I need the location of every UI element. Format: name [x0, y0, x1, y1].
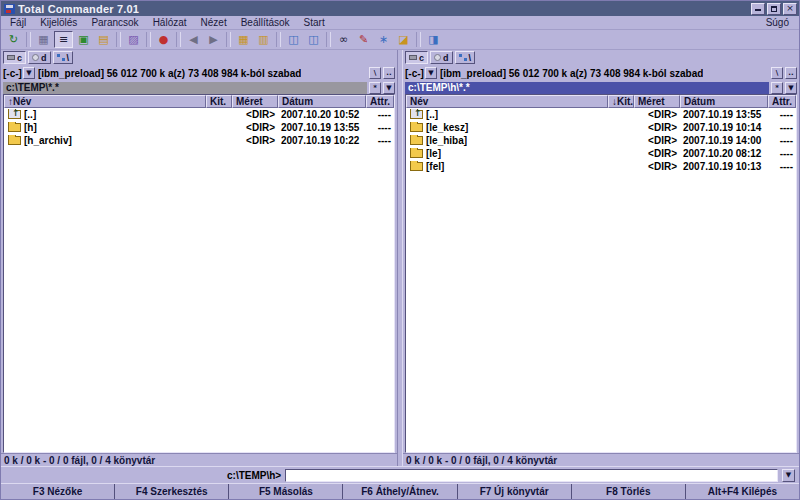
column-name[interactable]: Név: [406, 95, 608, 108]
column-ext[interactable]: ↓Kit.: [608, 95, 634, 108]
table-row[interactable]: [le_kesz] <DIR> 2007.10.19 10:14 ----: [406, 121, 796, 134]
table-row[interactable]: [h_archiv] <DIR> 2007.10.19 10:22 ----: [4, 134, 394, 147]
left-file-area: ↑Név Kit. Méret Dátum Attr. [..] <DIR> 2…: [3, 94, 395, 453]
column-size[interactable]: Méret: [634, 95, 680, 108]
close-icon: ×: [786, 4, 794, 13]
altf4-exit-button[interactable]: Alt+F4 Kilépés: [685, 484, 799, 499]
back-icon[interactable]: ◀: [184, 31, 203, 48]
toolbar-separator: [326, 32, 331, 47]
column-name[interactable]: ↑Név: [4, 95, 206, 108]
refresh-icon[interactable]: ↻: [4, 31, 23, 48]
table-row[interactable]: [fel] <DIR> 2007.10.19 10:13 ----: [406, 160, 796, 173]
ftp-url-icon[interactable]: ●: [154, 31, 173, 48]
file-name: [..]: [426, 109, 438, 120]
right-hotlist-button[interactable]: *: [771, 82, 783, 94]
right-root-button[interactable]: \: [771, 67, 783, 79]
table-row[interactable]: [..] <DIR> 2007.10.19 13:55 ----: [406, 108, 796, 121]
column-date[interactable]: Dátum: [278, 95, 366, 108]
menu-nezet[interactable]: Nézet: [194, 17, 234, 28]
left-current-path[interactable]: c:\TEMP\*.*: [3, 82, 367, 94]
right-drive-d-button[interactable]: d: [430, 51, 453, 64]
command-line-input[interactable]: [285, 469, 778, 482]
drive-letter: \: [67, 53, 70, 63]
ftp-connect-icon[interactable]: ◨: [424, 31, 443, 48]
f7-mkdir-button[interactable]: F7 Új könyvtár: [457, 484, 571, 499]
file-attr: ----: [768, 161, 796, 172]
left-drive-network-button[interactable]: \: [53, 51, 74, 64]
column-attr[interactable]: Attr.: [768, 95, 796, 108]
right-file-area: Név ↓Kit. Méret Dátum Attr. [..] <DIR> 2…: [405, 94, 797, 453]
command-history-dropdown[interactable]: ▼: [782, 469, 795, 482]
table-row[interactable]: [le_hiba] <DIR> 2007.10.19 14:00 ----: [406, 134, 796, 147]
left-drive-d-button[interactable]: d: [28, 51, 51, 64]
folder-icon: [410, 162, 423, 171]
file-date: 2007.10.19 13:55: [680, 109, 768, 120]
menu-halozat[interactable]: Hálózat: [146, 17, 194, 28]
right-drive-combo[interactable]: [-c-] ▼: [405, 67, 437, 79]
folder-go-icon[interactable]: ◪: [394, 31, 413, 48]
forward-icon[interactable]: ▶: [204, 31, 223, 48]
f8-delete-button[interactable]: F8 Törlés: [571, 484, 685, 499]
unpack-icon[interactable]: ▥: [254, 31, 273, 48]
chevron-down-icon[interactable]: ▼: [23, 67, 35, 79]
left-drive-c-button[interactable]: c: [3, 51, 26, 64]
search-icon[interactable]: ∞: [334, 31, 353, 48]
tree-view-icon[interactable]: ▤: [94, 31, 113, 48]
file-date: 2007.10.19 13:55: [278, 122, 366, 133]
column-ext[interactable]: Kit.: [206, 95, 232, 108]
menu-parancsok[interactable]: Parancsok: [84, 17, 145, 28]
left-drive-free-space: [ibm_preload] 56 012 700 k a(z) 73 408 9…: [38, 68, 301, 79]
file-date: 2007.10.19 10:22: [278, 135, 366, 146]
minimize-icon: [755, 6, 761, 11]
file-date: 2007.10.20 08:12: [680, 148, 768, 159]
network-sync-icon[interactable]: ∗: [374, 31, 393, 48]
editor-icon[interactable]: ▨: [124, 31, 143, 48]
brief-view-icon[interactable]: ▦: [34, 31, 53, 48]
chevron-down-icon[interactable]: ▼: [425, 67, 437, 79]
f3-view-button[interactable]: F3 Nézőke: [1, 484, 114, 499]
right-current-path[interactable]: c:\TEMP\h\*.*: [405, 82, 769, 94]
menu-beallitasok[interactable]: Beállítások: [234, 17, 297, 28]
thumbnails-view-icon[interactable]: ▣: [74, 31, 93, 48]
right-drive-c-button[interactable]: c: [405, 51, 428, 64]
file-size: <DIR>: [634, 135, 680, 146]
table-row[interactable]: [..] <DIR> 2007.10.20 10:52 ----: [4, 108, 394, 121]
function-key-bar: F3 Nézőke F4 Szerkesztés F5 Másolás F6 Á…: [1, 483, 799, 499]
left-root-button[interactable]: \: [369, 67, 381, 79]
column-size[interactable]: Méret: [232, 95, 278, 108]
menu-kijeloles[interactable]: Kijelölés: [33, 17, 84, 28]
folder-icon: [8, 136, 21, 145]
right-drive-network-button[interactable]: \: [455, 51, 476, 64]
menu-sugo[interactable]: Súgó: [758, 17, 797, 28]
minimize-button[interactable]: [751, 3, 765, 15]
right-history-button[interactable]: ▼: [785, 82, 797, 94]
f4-edit-button[interactable]: F4 Szerkesztés: [114, 484, 228, 499]
table-row[interactable]: [le] <DIR> 2007.10.20 08:12 ----: [406, 147, 796, 160]
left-drive-combo[interactable]: [-c-] ▼: [3, 67, 35, 79]
file-attr: ----: [366, 109, 394, 120]
file-name: [le_kesz]: [426, 122, 468, 133]
folder-icon: [410, 136, 423, 145]
column-attr[interactable]: Attr.: [366, 95, 394, 108]
table-row[interactable]: [h] <DIR> 2007.10.19 13:55 ----: [4, 121, 394, 134]
right-parent-button[interactable]: ..: [785, 67, 797, 79]
column-date[interactable]: Dátum: [680, 95, 768, 108]
f6-move-button[interactable]: F6 Áthely/Átnev.: [342, 484, 456, 499]
f5-copy-button[interactable]: F5 Másolás: [228, 484, 342, 499]
toolbar-separator: [26, 32, 31, 47]
pack-icon[interactable]: ▦: [234, 31, 253, 48]
close-button[interactable]: ×: [783, 3, 797, 15]
left-history-button[interactable]: ▼: [383, 82, 395, 94]
compare-dirs-icon[interactable]: ◫: [284, 31, 303, 48]
multi-rename-icon[interactable]: ✎: [354, 31, 373, 48]
full-view-icon[interactable]: ≡: [54, 31, 73, 48]
file-panels: c d \ [-c-] ▼ [ibm_preload] 56 012 700 k…: [1, 50, 799, 466]
sync-dirs-icon[interactable]: ◫: [304, 31, 323, 48]
restore-button[interactable]: [767, 3, 781, 15]
menu-start[interactable]: Start: [297, 17, 332, 28]
menu-fajl[interactable]: Fájl: [3, 17, 33, 28]
left-hotlist-button[interactable]: *: [369, 82, 381, 94]
toolbar-separator: [176, 32, 181, 47]
left-parent-button[interactable]: ..: [383, 67, 395, 79]
file-date: 2007.10.19 10:14: [680, 122, 768, 133]
